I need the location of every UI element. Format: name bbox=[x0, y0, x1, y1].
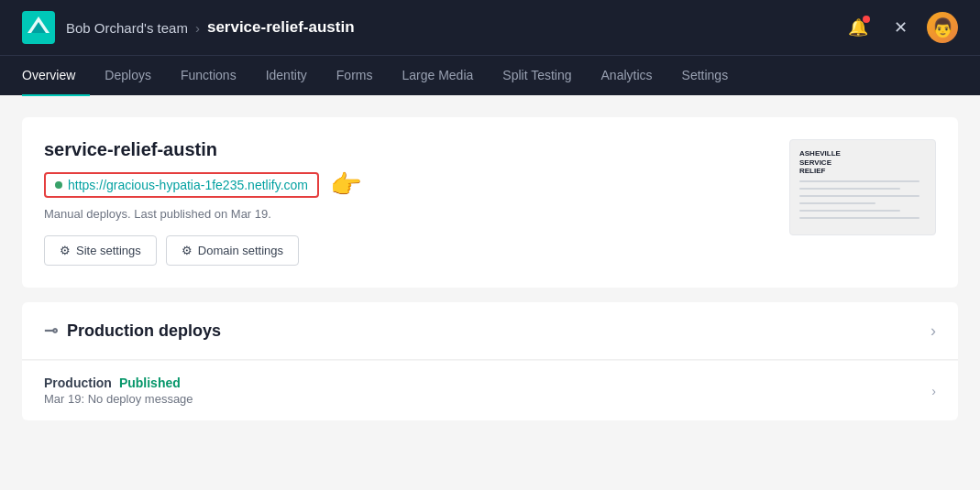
preview-line-6 bbox=[799, 217, 919, 219]
header: Bob Orchard's team › service-relief-aust… bbox=[0, 0, 980, 55]
site-preview: ASHEVILLE SERVICE RELIEF bbox=[789, 139, 936, 235]
preview-line-3 bbox=[799, 195, 919, 197]
deploy-row[interactable]: Production Published Mar 19: No deploy m… bbox=[22, 360, 958, 420]
nav-item-analytics[interactable]: Analytics bbox=[587, 56, 667, 96]
site-url-link[interactable]: https://gracious-hypatia-1fe235.netlify.… bbox=[68, 178, 308, 192]
site-card: service-relief-austin https://gracious-h… bbox=[22, 117, 958, 288]
site-info: service-relief-austin https://gracious-h… bbox=[44, 139, 767, 266]
breadcrumb-separator: › bbox=[195, 20, 200, 36]
nav-item-large-media[interactable]: Large Media bbox=[387, 56, 488, 96]
preview-line-1 bbox=[799, 180, 919, 182]
deploys-title: ⊸ Production deploys bbox=[44, 321, 221, 341]
notifications-button[interactable]: 🔔 bbox=[842, 12, 874, 43]
deploys-header-chevron: › bbox=[930, 321, 936, 341]
status-badge: Published bbox=[119, 376, 181, 390]
nav-item-forms[interactable]: Forms bbox=[322, 56, 388, 96]
nav-item-functions[interactable]: Functions bbox=[166, 56, 251, 96]
deploy-env-label: Production bbox=[44, 376, 112, 390]
avatar[interactable]: 👨 bbox=[927, 12, 958, 43]
nav-item-settings[interactable]: Settings bbox=[667, 56, 743, 96]
nav-item-identity[interactable]: Identity bbox=[251, 56, 322, 96]
deploy-info: Manual deploys. Last published on Mar 19… bbox=[44, 207, 767, 221]
site-settings-label: Site settings bbox=[76, 244, 141, 257]
deploy-message: Mar 19: No deploy message bbox=[44, 392, 193, 406]
notification-dot bbox=[863, 16, 870, 23]
team-name[interactable]: Bob Orchard's team bbox=[66, 20, 188, 36]
nav-item-deploys[interactable]: Deploys bbox=[90, 56, 166, 96]
url-box: https://gracious-hypatia-1fe235.netlify.… bbox=[44, 172, 319, 198]
help-button[interactable]: ✕ bbox=[885, 12, 916, 43]
deploy-env: Production Published bbox=[44, 376, 193, 390]
site-url-row: https://gracious-hypatia-1fe235.netlify.… bbox=[44, 169, 767, 200]
avatar-image: 👨 bbox=[931, 16, 954, 38]
nav-item-split-testing[interactable]: Split Testing bbox=[488, 56, 586, 96]
domain-settings-label: Domain settings bbox=[198, 244, 283, 257]
header-left: Bob Orchard's team › service-relief-aust… bbox=[22, 11, 355, 44]
hand-emoji: 👉 bbox=[330, 169, 362, 200]
deploy-row-chevron: › bbox=[931, 384, 936, 398]
gear-icon-2: ⚙ bbox=[182, 244, 193, 257]
branch-icon: ⊸ bbox=[44, 321, 58, 341]
main-content: service-relief-austin https://gracious-h… bbox=[0, 95, 980, 442]
preview-line-5 bbox=[799, 210, 900, 212]
nav-item-overview[interactable]: Overview bbox=[22, 56, 90, 96]
site-title: service-relief-austin bbox=[44, 139, 767, 160]
site-settings-button[interactable]: ⚙ Site settings bbox=[44, 235, 157, 266]
deploys-title-text: Production deploys bbox=[67, 321, 221, 341]
preview-title: ASHEVILLE SERVICE RELIEF bbox=[799, 149, 926, 176]
status-dot bbox=[55, 181, 62, 189]
deploy-info-left: Production Published Mar 19: No deploy m… bbox=[44, 376, 193, 406]
button-row: ⚙ Site settings ⚙ Domain settings bbox=[44, 235, 767, 266]
deploys-header[interactable]: ⊸ Production deploys › bbox=[22, 302, 958, 360]
deploys-section: ⊸ Production deploys › Production Publis… bbox=[22, 302, 958, 420]
breadcrumb: Bob Orchard's team › service-relief-aust… bbox=[66, 18, 355, 37]
domain-settings-button[interactable]: ⚙ Domain settings bbox=[166, 235, 299, 266]
nav: Overview Deploys Functions Identity Form… bbox=[0, 55, 980, 95]
preview-line-4 bbox=[799, 202, 875, 204]
gear-icon-1: ⚙ bbox=[60, 244, 71, 257]
preview-line-2 bbox=[799, 188, 900, 190]
netlify-logo[interactable] bbox=[22, 11, 55, 44]
header-right: 🔔 ✕ 👨 bbox=[842, 12, 958, 43]
site-name-header: service-relief-austin bbox=[207, 18, 355, 37]
